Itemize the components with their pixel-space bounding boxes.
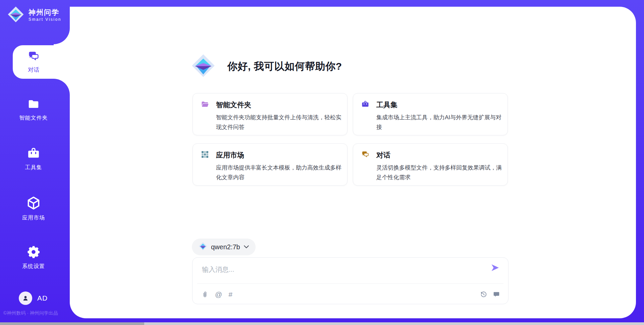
folder-icon — [27, 98, 40, 112]
model-logo-icon — [199, 242, 207, 252]
card-description: 集成市场上主流工具，助力AI与外界无缝扩展与对接 — [376, 113, 502, 132]
sidebar-item-app-market[interactable]: 应用市场 — [7, 196, 60, 221]
brand-subtitle: Smart Vision — [29, 17, 61, 22]
model-selector[interactable]: qwen2:7b — [192, 239, 256, 255]
sidebar-footer: ©神州数码 · 神州问学出品 — [3, 310, 70, 316]
sidebar-item-toolset[interactable]: 工具集 — [7, 147, 60, 171]
mention-button[interactable]: @ — [215, 291, 222, 298]
history-button[interactable] — [480, 291, 487, 298]
card-title: 智能文件夹 — [216, 100, 251, 110]
sidebar-item-label: 智能文件夹 — [19, 115, 48, 122]
greeting: 你好, 我可以如何帮助你? — [191, 54, 342, 79]
paperclip-icon — [201, 291, 209, 298]
attachment-button[interactable] — [201, 291, 209, 298]
composer: @ # — [192, 257, 508, 304]
model-name: qwen2:7b — [211, 243, 240, 251]
message-input[interactable] — [201, 264, 481, 282]
assistant-logo-icon — [191, 54, 215, 79]
card-title: 应用市场 — [216, 150, 244, 160]
chat-icon — [361, 150, 369, 160]
card-description: 智能文件夹功能支持批量文件上传与清洗，轻松实现文件问答 — [216, 113, 341, 132]
sidebar-item-settings[interactable]: 系统设置 — [7, 245, 60, 270]
card-description: 灵活切换多模型文件，支持多样回复效果调试，满足个性化需求 — [376, 163, 502, 182]
main-panel: 你好, 我可以如何帮助你? 智能文件夹 智能文件夹功能支持批量文件上传与清洗，轻… — [70, 7, 636, 318]
chevron-down-icon — [244, 244, 249, 250]
blend-corner-top — [54, 28, 70, 44]
card-chat[interactable]: 对话 灵活切换多模型文件，支持多样回复效果调试，满足个性化需求 — [353, 143, 508, 186]
card-description: 应用市场提供丰富长文本模板，助力高效生成多样化文章内容 — [216, 163, 341, 182]
card-title: 对话 — [376, 150, 390, 160]
card-smart-folder[interactable]: 智能文件夹 智能文件夹功能支持批量文件上传与清洗，轻松实现文件问答 — [193, 93, 347, 135]
gear-icon — [26, 245, 41, 260]
comment-icon — [493, 291, 500, 298]
grid-icon — [201, 150, 209, 160]
briefcase-icon — [361, 100, 369, 110]
avatar — [19, 291, 32, 305]
greeting-text: 你好, 我可以如何帮助你? — [227, 60, 342, 73]
briefcase-icon — [27, 147, 40, 161]
blend-corner-bottom — [54, 79, 70, 95]
sidebar-item-smart-folder[interactable]: 智能文件夹 — [7, 98, 60, 122]
sidebar-item-label: 系统设置 — [22, 263, 45, 270]
send-button[interactable] — [490, 263, 500, 273]
card-toolset[interactable]: 工具集 集成市场上主流工具，助力AI与外界无缝扩展与对接 — [353, 93, 508, 135]
sidebar-item-chat[interactable]: 对话 — [13, 45, 54, 79]
user-initials: AD — [37, 294, 48, 302]
hashtag-button[interactable]: # — [228, 291, 232, 298]
horizontal-scrollbar[interactable] — [0, 322, 644, 325]
sidebar-item-label: 应用市场 — [22, 214, 45, 221]
brand: 神州问学 Smart Vision — [7, 6, 61, 24]
comment-button[interactable] — [493, 291, 500, 298]
scrollbar-thumb[interactable] — [0, 322, 144, 325]
brand-logo-icon — [7, 6, 24, 24]
sidebar-item-label: 对话 — [28, 66, 39, 74]
composer-divider — [197, 283, 503, 284]
sidebar-item-label: 工具集 — [25, 164, 42, 171]
user-profile[interactable]: AD — [19, 291, 48, 305]
cube-icon — [26, 196, 41, 212]
history-icon — [480, 291, 487, 298]
card-app-market[interactable]: 应用市场 应用市场提供丰富长文本模板，助力高效生成多样化文章内容 — [193, 143, 347, 186]
chat-icon — [28, 50, 40, 64]
active-tab-blend — [54, 28, 70, 95]
card-title: 工具集 — [376, 100, 397, 110]
brand-name: 神州问学 — [29, 8, 61, 16]
folder-open-icon — [201, 100, 209, 110]
